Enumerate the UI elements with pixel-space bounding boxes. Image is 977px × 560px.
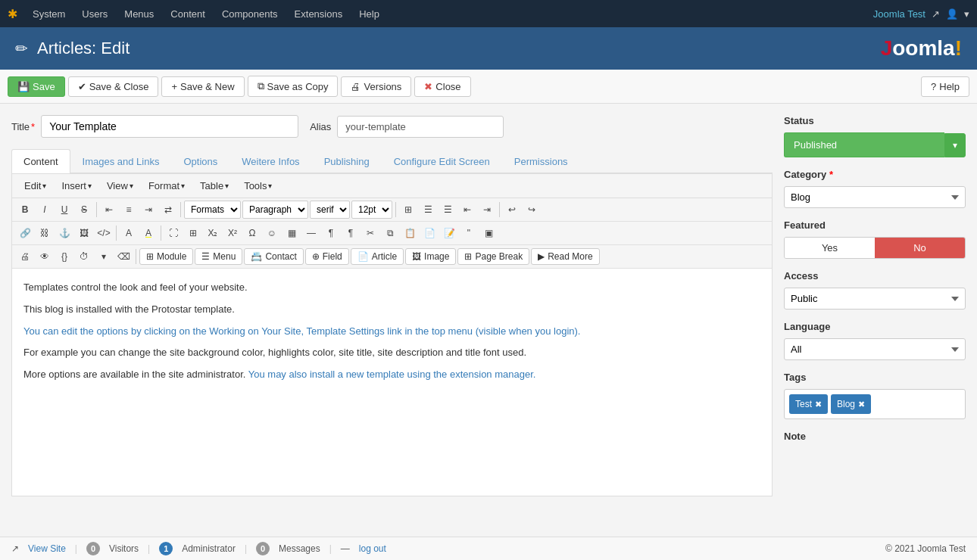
editor-menu-view[interactable]: View ▾ — [101, 178, 139, 194]
redo-button[interactable]: ↪ — [523, 201, 541, 219]
language-select[interactable]: All — [784, 338, 966, 360]
nav-components[interactable]: Components — [214, 0, 286, 27]
italic-button[interactable]: I — [36, 201, 54, 219]
background-color-button[interactable]: A — [139, 224, 158, 242]
alias-input[interactable] — [337, 116, 504, 138]
bold-button[interactable]: B — [16, 201, 34, 219]
superscript-button[interactable]: X² — [223, 224, 242, 242]
media2-button[interactable]: ▣ — [479, 224, 498, 242]
status-caret-button[interactable]: ▾ — [944, 133, 966, 157]
versions-button[interactable]: 🖨 Versions — [341, 76, 411, 97]
align-left-button[interactable]: ⇤ — [100, 201, 118, 219]
editor-menu-tools[interactable]: Tools ▾ — [238, 178, 278, 194]
menu-button[interactable]: ☰ Menu — [195, 248, 242, 265]
fullscreen-button[interactable]: ⛶ — [164, 224, 183, 242]
strikethrough-button[interactable]: S — [75, 201, 93, 219]
anchor-button[interactable]: ⚓ — [55, 224, 73, 242]
editor-menu-edit[interactable]: Edit ▾ — [18, 178, 52, 194]
link-button[interactable]: 🔗 — [16, 224, 34, 242]
unlink-button[interactable]: ⛓ — [36, 224, 54, 242]
editor-menu-format[interactable]: Format ▾ — [142, 178, 191, 194]
align-right-button[interactable]: ⇥ — [139, 201, 158, 219]
tab-configure-edit-screen[interactable]: Configure Edit Screen — [382, 149, 502, 173]
undo-button[interactable]: ↩ — [503, 201, 521, 219]
nav-extensions[interactable]: Extensions — [287, 0, 351, 27]
status-select-button[interactable]: Published — [784, 132, 944, 157]
special-char-button[interactable]: Ω — [243, 224, 261, 242]
tags-area[interactable]: Test ✖ Blog ✖ — [784, 389, 966, 419]
tab-images-links[interactable]: Images and Links — [70, 149, 172, 173]
copy-editor-button[interactable]: ⧉ — [381, 224, 399, 242]
paste-text-button[interactable]: 📄 — [420, 224, 439, 242]
help-button[interactable]: ? Help — [921, 76, 969, 97]
nav-help[interactable]: Help — [351, 0, 387, 27]
align-justify-button[interactable]: ⇄ — [159, 201, 177, 219]
dropdown-arrow-icon[interactable]: ▾ — [964, 8, 969, 20]
align-center-button[interactable]: ≡ — [120, 201, 138, 219]
tab-weitere-infos[interactable]: Weitere Infos — [229, 149, 311, 173]
emoji-button[interactable]: ☺ — [263, 224, 281, 242]
tag-blog[interactable]: Blog ✖ — [831, 394, 871, 414]
ltr-button[interactable]: ¶ — [322, 224, 340, 242]
size-select[interactable]: 12pt — [351, 201, 392, 219]
blockquote-button[interactable]: " — [460, 224, 478, 242]
image-insert-button[interactable]: 🖼 — [75, 224, 93, 242]
nav-menus[interactable]: Menus — [117, 0, 161, 27]
list-ordered-button[interactable]: ☰ — [439, 201, 457, 219]
table-insert-button[interactable]: ⊞ — [184, 224, 202, 242]
cut-button[interactable]: ✂ — [361, 224, 379, 242]
paragraph-select[interactable]: Paragraph — [242, 201, 308, 219]
timer-button[interactable]: ⏱ — [75, 247, 93, 266]
media-button[interactable]: ▦ — [282, 224, 301, 242]
title-input[interactable] — [41, 115, 298, 138]
tab-publishing[interactable]: Publishing — [312, 149, 382, 173]
formats-select[interactable]: Formats — [184, 201, 241, 219]
editor-menu-insert[interactable]: Insert ▾ — [55, 178, 98, 194]
image-button[interactable]: 🖼 Image — [405, 248, 456, 265]
outdent-button[interactable]: ⇤ — [458, 201, 476, 219]
page-break-button[interactable]: ⊞ Page Break — [457, 248, 529, 265]
featured-no-button[interactable]: No — [875, 238, 965, 258]
tab-content[interactable]: Content — [11, 149, 70, 173]
tab-options[interactable]: Options — [171, 149, 229, 173]
user-icon[interactable]: 👤 — [946, 8, 958, 20]
save-close-button[interactable]: ✔ Save & Close — [68, 76, 159, 97]
print-button[interactable]: 🖨 — [16, 247, 34, 266]
columns-icon[interactable]: ⊞ — [399, 201, 417, 219]
paste-button[interactable]: 📋 — [401, 224, 419, 242]
preview-button[interactable]: 👁 — [36, 247, 54, 266]
cleanup-button[interactable]: ⌫ — [114, 247, 133, 266]
tab-permissions[interactable]: Permissions — [502, 149, 580, 173]
list-unordered-button[interactable]: ☰ — [419, 201, 437, 219]
rtl-button[interactable]: ¶ — [342, 224, 360, 242]
tag-test[interactable]: Test ✖ — [789, 394, 828, 414]
save-new-button[interactable]: + Save & New — [161, 76, 244, 97]
read-more-button[interactable]: ▶ Read More — [531, 248, 599, 265]
code-button[interactable]: </> — [95, 224, 113, 242]
tag-blog-remove[interactable]: ✖ — [858, 400, 865, 409]
nav-content[interactable]: Content — [163, 0, 213, 27]
indent-button[interactable]: ⇥ — [478, 201, 496, 219]
featured-yes-button[interactable]: Yes — [785, 238, 875, 258]
tag-test-remove[interactable]: ✖ — [815, 400, 822, 409]
field-button[interactable]: ⊕ Field — [305, 248, 349, 265]
timer-arrow[interactable]: ▾ — [95, 247, 113, 266]
user-link[interactable]: Joomla Test — [873, 8, 925, 20]
save-copy-button[interactable]: ⧉ Save as Copy — [248, 76, 339, 97]
nav-users[interactable]: Users — [74, 0, 115, 27]
save-button[interactable]: 💾 Save — [8, 76, 65, 97]
editor-content[interactable]: Templates control the look and feel of y… — [12, 269, 772, 496]
font-select[interactable]: serif — [310, 201, 350, 219]
font-color-button[interactable]: A — [120, 224, 138, 242]
underline-button[interactable]: U — [55, 201, 73, 219]
nav-system[interactable]: System — [25, 0, 73, 27]
contact-button[interactable]: 📇 Contact — [244, 248, 303, 265]
access-select[interactable]: Public — [784, 288, 966, 310]
subscript-button[interactable]: X₂ — [204, 224, 222, 242]
joomla-small-logo[interactable]: ✱ — [8, 7, 17, 21]
module-button[interactable]: ⊞ Module — [139, 248, 193, 265]
paste-word-button[interactable]: 📝 — [440, 224, 458, 242]
editor-menu-table[interactable]: Table ▾ — [194, 178, 235, 194]
close-button[interactable]: ✖ Close — [414, 76, 470, 97]
article-button[interactable]: 📄 Article — [351, 248, 404, 265]
